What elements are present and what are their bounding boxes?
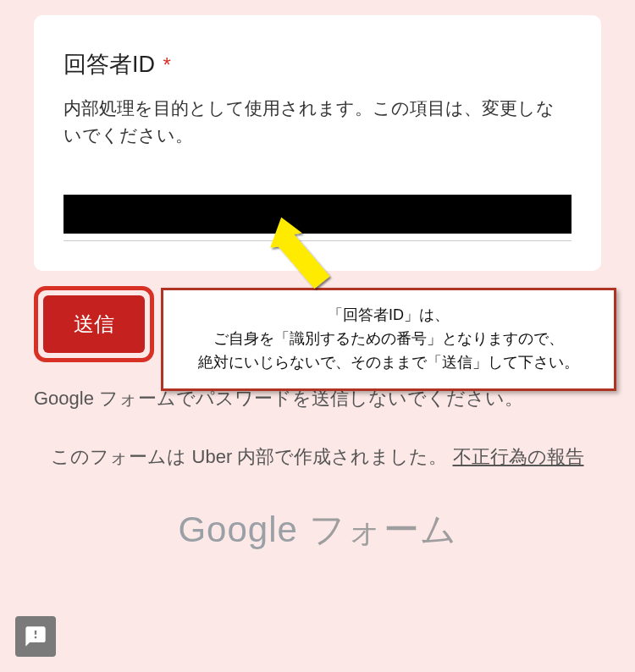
question-title-text: 回答者ID <box>64 52 155 77</box>
report-abuse-link[interactable]: 不正行為の報告 <box>453 446 584 467</box>
required-mark: * <box>163 53 171 76</box>
origin-prefix: このフォームは Uber 内部で作成されました。 <box>51 446 447 467</box>
respondent-id-input[interactable] <box>64 195 572 234</box>
instruction-callout: 「回答者ID」は、 ご自身を「識別するための番号」となりますので、 絶対にいじら… <box>161 288 616 391</box>
logo-google-text: Google <box>178 510 308 549</box>
question-title: 回答者ID * <box>64 49 572 80</box>
feedback-icon[interactable] <box>15 616 56 657</box>
input-container <box>64 195 572 241</box>
google-forms-logo[interactable]: Google フォーム <box>0 506 635 554</box>
form-origin-text: このフォームは Uber 内部で作成されました。 不正行為の報告 <box>34 441 601 472</box>
question-description: 内部処理を目的として使用されます。この項目は、変更しないでください。 <box>64 95 572 148</box>
submit-button[interactable]: 送信 <box>43 295 145 353</box>
logo-forms-text: フォーム <box>309 510 457 549</box>
callout-line-1: 「回答者ID」は、 <box>174 304 604 328</box>
submit-area: 送信 <box>34 286 154 362</box>
submit-highlight-border: 送信 <box>34 286 154 362</box>
callout-line-3: 絶対にいじらないで、そのままで「送信」して下さい。 <box>174 351 604 375</box>
callout-line-2: ご自身を「識別するための番号」となりますので、 <box>174 328 604 351</box>
question-card: 回答者ID * 内部処理を目的として使用されます。この項目は、変更しないでくださ… <box>34 15 601 271</box>
speech-bubble-icon <box>24 625 47 648</box>
